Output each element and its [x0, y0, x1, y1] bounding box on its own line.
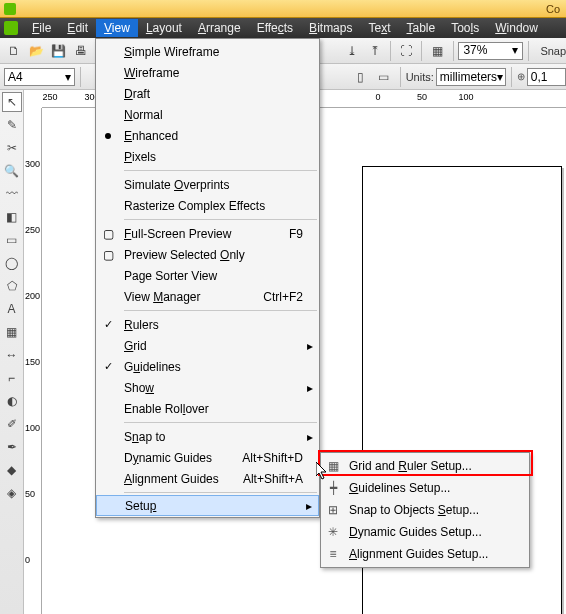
menu-text[interactable]: Text [360, 19, 398, 37]
menu-item-enable-rollover[interactable]: Enable Rollover [96, 398, 319, 419]
menu-item-label: Rulers [120, 318, 303, 332]
connector-tool[interactable]: ⌐ [2, 368, 22, 388]
menu-item-label: Normal [120, 108, 303, 122]
window-title: Co [20, 3, 566, 15]
menu-item-full-screen-preview[interactable]: ▢Full-Screen PreviewF9 [96, 223, 319, 244]
paper-size-combo[interactable]: A4▾ [4, 68, 75, 86]
menu-item-alignment-guides[interactable]: Alignment GuidesAlt+Shift+A [96, 468, 319, 489]
menu-bitmaps[interactable]: Bitmaps [301, 19, 360, 37]
submenu-item-label: Alignment Guides Setup... [345, 547, 523, 561]
units-combo[interactable]: millimeters▾ [436, 68, 506, 86]
menu-bar: FileEditViewLayoutArrangeEffectsBitmapsT… [0, 18, 566, 38]
menu-view[interactable]: View [96, 19, 138, 37]
interactive-tool[interactable]: ◐ [2, 391, 22, 411]
menu-item-show[interactable]: Show▸ [96, 377, 319, 398]
table-tool[interactable]: ▦ [2, 322, 22, 342]
menu-shortcut: F9 [281, 227, 303, 241]
open-button[interactable]: 📂 [26, 40, 46, 62]
guidelines-icon: ┿ [321, 481, 345, 495]
snap-label[interactable]: Snap [540, 45, 566, 57]
menu-item-dynamic-guides[interactable]: Dynamic GuidesAlt+Shift+D [96, 447, 319, 468]
smartfill-tool[interactable]: ◧ [2, 207, 22, 227]
print-button[interactable]: 🖶 [71, 40, 91, 62]
dimension-tool[interactable]: ↔ [2, 345, 22, 365]
menu-item-page-sorter-view[interactable]: Page Sorter View [96, 265, 319, 286]
menu-item-label: Alignment Guides [120, 472, 235, 486]
ruler-tick: 200 [25, 291, 40, 301]
orient-landscape-button[interactable]: ▭ [373, 66, 395, 88]
submenu-item-label: Dynamic Guides Setup... [345, 525, 523, 539]
menu-item-simulate-overprints[interactable]: Simulate Overprints [96, 174, 319, 195]
menu-item-label: Simple Wireframe [120, 45, 303, 59]
submenu-arrow-icon: ▸ [303, 381, 313, 395]
submenu-item-dynamic-guides-setup[interactable]: ✳Dynamic Guides Setup... [321, 521, 529, 543]
submenu-arrow-icon: ▸ [302, 499, 312, 513]
freehand-tool[interactable]: 〰 [2, 184, 22, 204]
ruler-tick: 0 [25, 555, 30, 565]
submenu-item-guidelines-setup[interactable]: ┿Guidelines Setup... [321, 477, 529, 499]
menu-item-grid[interactable]: Grid▸ [96, 335, 319, 356]
pick-tool[interactable]: ↖ [2, 92, 22, 112]
submenu-arrow-icon: ▸ [303, 430, 313, 444]
vertical-ruler[interactable]: 300250200150100500 [24, 108, 42, 614]
menu-item-enhanced[interactable]: Enhanced [96, 125, 319, 146]
ruler-tick: 250 [25, 225, 40, 235]
zoom-tool[interactable]: 🔍 [2, 161, 22, 181]
submenu-item-label: Guidelines Setup... [345, 481, 523, 495]
submenu-item-alignment-guides-setup[interactable]: ≡Alignment Guides Setup... [321, 543, 529, 565]
submenu-item-label: Snap to Objects Setup... [345, 503, 523, 517]
toolbar-separator [421, 41, 422, 61]
eyedropper-tool[interactable]: ✐ [2, 414, 22, 434]
menu-item-rulers[interactable]: ✓Rulers [96, 314, 319, 335]
polygon-tool[interactable]: ⬠ [2, 276, 22, 296]
menu-item-normal[interactable]: Normal [96, 104, 319, 125]
menu-item-draft[interactable]: Draft [96, 83, 319, 104]
menu-arrange[interactable]: Arrange [190, 19, 249, 37]
export-button[interactable]: ⤒ [365, 40, 385, 62]
fill-tool[interactable]: ◆ [2, 460, 22, 480]
menu-layout[interactable]: Layout [138, 19, 190, 37]
text-tool[interactable]: A [2, 299, 22, 319]
interactive-fill-tool[interactable]: ◈ [2, 483, 22, 503]
submenu-item-snap-to-objects-setup[interactable]: ⊞Snap to Objects Setup... [321, 499, 529, 521]
nudge-field[interactable]: 0,1 [527, 68, 566, 86]
import-button[interactable]: ⤓ [342, 40, 362, 62]
menu-item-wireframe[interactable]: Wireframe [96, 62, 319, 83]
orient-portrait-button[interactable]: ▯ [350, 66, 372, 88]
menu-separator [124, 170, 317, 171]
menu-item-guidelines[interactable]: ✓Guidelines [96, 356, 319, 377]
menu-item-pixels[interactable]: Pixels [96, 146, 319, 167]
menu-window[interactable]: Window [487, 19, 546, 37]
rectangle-tool[interactable]: ▭ [2, 230, 22, 250]
outline-tool[interactable]: ✒ [2, 437, 22, 457]
toolbar-separator [400, 67, 401, 87]
ruler-tick: 300 [25, 159, 40, 169]
menu-item-simple-wireframe[interactable]: Simple Wireframe [96, 41, 319, 62]
shape-tool[interactable]: ✎ [2, 115, 22, 135]
menu-item-label: Enhanced [120, 129, 303, 143]
submenu-arrow-icon: ▸ [303, 339, 313, 353]
menu-item-preview-selected-only[interactable]: ▢Preview Selected Only [96, 244, 319, 265]
menu-separator [124, 310, 317, 311]
menu-separator [124, 219, 317, 220]
save-button[interactable]: 💾 [49, 40, 69, 62]
menu-item-label: Wireframe [120, 66, 303, 80]
menu-item-setup[interactable]: Setup▸ [96, 495, 319, 516]
publish-button[interactable]: ▦ [427, 40, 447, 62]
menu-item-label: Page Sorter View [120, 269, 303, 283]
new-button[interactable]: 🗋 [4, 40, 24, 62]
ellipse-tool[interactable]: ◯ [2, 253, 22, 273]
menu-item-label: Enable Rollover [120, 402, 303, 416]
menu-file[interactable]: File [24, 19, 59, 37]
fullscreen-button[interactable]: ⛶ [396, 40, 416, 62]
menu-item-snap-to[interactable]: Snap to▸ [96, 426, 319, 447]
menu-edit[interactable]: Edit [59, 19, 96, 37]
crop-tool[interactable]: ✂ [2, 138, 22, 158]
submenu-item-grid-and-ruler-setup[interactable]: ▦Grid and Ruler Setup... [321, 455, 529, 477]
menu-item-view-manager[interactable]: View ManagerCtrl+F2 [96, 286, 319, 307]
menu-table[interactable]: Table [399, 19, 444, 37]
menu-item-rasterize-complex-effects[interactable]: Rasterize Complex Effects [96, 195, 319, 216]
menu-effects[interactable]: Effects [249, 19, 301, 37]
menu-tools[interactable]: Tools [443, 19, 487, 37]
zoom-combo[interactable]: 37%▾ [458, 42, 523, 60]
